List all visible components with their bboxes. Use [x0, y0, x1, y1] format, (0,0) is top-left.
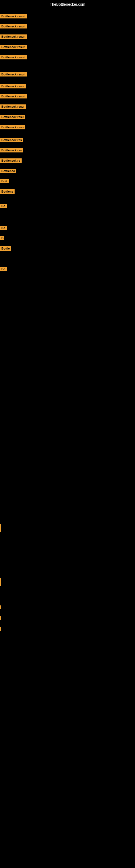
- bottleneck-badge[interactable]: Bottleneck result: [0, 45, 27, 49]
- bottleneck-badge[interactable]: Bottleneck result: [0, 14, 27, 19]
- bottleneck-badge[interactable]: Bottleneck resul: [0, 104, 26, 109]
- bottleneck-badge[interactable]: Bottleneck res: [0, 138, 23, 142]
- line-marker: [0, 524, 1, 532]
- bottleneck-badge[interactable]: Bottleneck result: [0, 34, 27, 39]
- bottleneck-badge[interactable]: Bottleneck result: [0, 55, 27, 59]
- bottleneck-badge[interactable]: Bottleneck result: [0, 24, 27, 29]
- bottleneck-badge[interactable]: Bottleneck re: [0, 158, 21, 163]
- line-marker: [0, 616, 1, 620]
- bottleneck-badge[interactable]: Bottleneck res: [0, 148, 23, 152]
- bottleneck-badge[interactable]: Bottleneck result: [0, 94, 27, 98]
- bottleneck-badge[interactable]: Bo: [0, 204, 7, 208]
- line-marker: [0, 627, 1, 631]
- bottleneck-badge[interactable]: Bottleneck result: [0, 72, 27, 76]
- bottleneck-badge[interactable]: Bottleneck resu: [0, 115, 25, 119]
- bottleneck-badge[interactable]: Bottlenec: [0, 169, 16, 173]
- bottleneck-badge[interactable]: Bottlene: [0, 189, 14, 194]
- bottleneck-badge[interactable]: Bo: [0, 226, 7, 230]
- bottleneck-badge[interactable]: Bottleneck resul: [0, 84, 26, 88]
- site-title: TheBottlenecker.com: [0, 0, 135, 9]
- line-marker: [0, 578, 1, 586]
- bottleneck-badge[interactable]: Bo: [0, 267, 7, 271]
- bottleneck-badge[interactable]: B: [0, 236, 4, 240]
- bottleneck-badge[interactable]: Bott: [0, 179, 9, 183]
- bottleneck-badge[interactable]: Bottle: [0, 246, 11, 251]
- line-marker: [0, 606, 1, 609]
- bottleneck-badge[interactable]: Bottleneck resu: [0, 125, 25, 129]
